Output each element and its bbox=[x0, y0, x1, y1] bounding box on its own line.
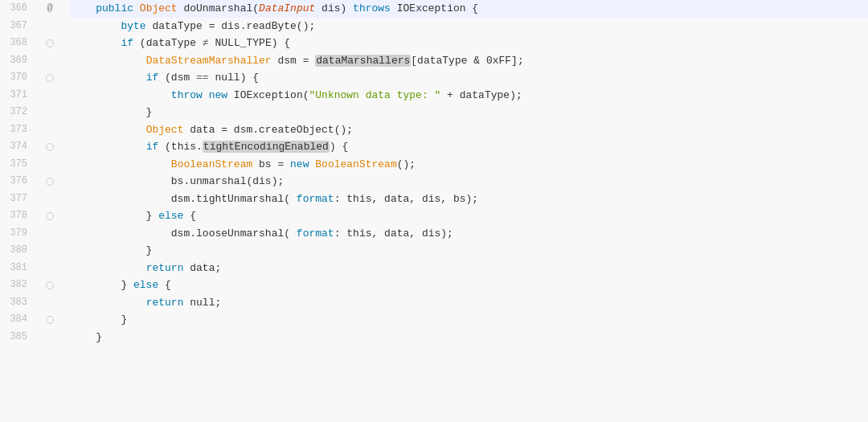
code-token: if bbox=[146, 141, 159, 153]
code-token: } bbox=[71, 313, 127, 326]
line-number: 384 bbox=[0, 311, 32, 329]
code-token: ) { bbox=[330, 141, 348, 153]
code-token: null) { bbox=[209, 72, 259, 84]
code-token: } bbox=[71, 244, 152, 256]
code-token: : this, data, dis); bbox=[334, 227, 453, 240]
gutter-cell bbox=[39, 52, 61, 70]
code-token: new bbox=[209, 89, 227, 101]
code-token: if bbox=[121, 37, 133, 49]
line-number: 369 bbox=[0, 52, 32, 70]
gutter-cell bbox=[39, 173, 61, 191]
code-line: bs.unmarshal(dis); bbox=[71, 173, 868, 191]
code-token: } bbox=[71, 210, 158, 222]
line-number: 375 bbox=[0, 156, 32, 174]
code-line: return data; bbox=[71, 260, 868, 277]
code-token: dsm.looseUnmarshal( bbox=[71, 227, 297, 240]
gutter-breakpoint-dot[interactable] bbox=[46, 316, 54, 324]
code-token: return bbox=[146, 297, 184, 309]
code-token: return bbox=[146, 262, 184, 274]
code-token: ≠ bbox=[203, 37, 209, 49]
code-token: { bbox=[158, 279, 171, 291]
gutter-cell: @ bbox=[39, 0, 61, 18]
line-number: 381 bbox=[0, 260, 32, 277]
code-line: public Object doUnmarshal(DataInput dis)… bbox=[71, 0, 868, 18]
code-line: dsm.tightUnmarshal( format: this, data, … bbox=[71, 191, 868, 208]
gutter-breakpoint-dot[interactable] bbox=[46, 212, 54, 220]
line-number: 378 bbox=[0, 207, 32, 225]
code-token: "Unknown data type: " bbox=[309, 89, 440, 101]
code-token: data = dsm.createObject(); bbox=[183, 124, 353, 136]
code-token: else bbox=[158, 210, 183, 222]
line-number: 379 bbox=[0, 225, 32, 243]
code-line: DataStreamMarshaller dsm = dataMarshalle… bbox=[71, 52, 868, 70]
gutter-breakpoint-dot[interactable] bbox=[46, 39, 54, 47]
code-token: doUnmarshal( bbox=[178, 2, 259, 14]
line-numbers: 3663673683693703713723733743753763773783… bbox=[0, 0, 39, 422]
code-token: new bbox=[290, 158, 309, 170]
gutter-cell bbox=[39, 18, 61, 35]
line-number: 370 bbox=[0, 69, 32, 87]
code-line: byte dataType = dis.readByte(); bbox=[71, 18, 868, 35]
highlighted-token: tightEncodingEnabled bbox=[203, 141, 330, 153]
line-number: 385 bbox=[0, 329, 32, 346]
code-token: throws bbox=[353, 2, 391, 14]
gutter-cell bbox=[39, 35, 61, 52]
line-number: 376 bbox=[0, 173, 32, 191]
line-number: 373 bbox=[0, 121, 32, 139]
code-line: } bbox=[71, 311, 868, 329]
line-number: 367 bbox=[0, 18, 32, 35]
code-line: if (this.tightEncodingEnabled) { bbox=[71, 138, 868, 156]
gutter-breakpoint-dot[interactable] bbox=[46, 178, 54, 186]
line-number: 380 bbox=[0, 242, 32, 260]
gutter-cell bbox=[39, 225, 61, 243]
gutter-cell bbox=[39, 242, 61, 260]
code-editor: 3663673683693703713723733743753763773783… bbox=[0, 0, 868, 422]
code-token: DataStreamMarshaller bbox=[146, 55, 272, 67]
gutter-breakpoint-dot[interactable] bbox=[46, 143, 54, 151]
code-token: bs = bbox=[252, 158, 290, 170]
code-token: DataInput bbox=[259, 2, 315, 14]
gutter-breakpoint-dot[interactable] bbox=[46, 74, 54, 82]
code-token: format bbox=[297, 227, 334, 240]
gutter-cell bbox=[39, 138, 61, 156]
code-token: (dataType bbox=[133, 37, 203, 49]
code-token: dataType = dis.readByte(); bbox=[146, 20, 316, 32]
code-token: dis) bbox=[315, 2, 353, 14]
line-number: 372 bbox=[0, 104, 32, 121]
code-token: } bbox=[71, 331, 102, 343]
code-line: } bbox=[71, 104, 868, 121]
code-token: + dataType); bbox=[440, 89, 522, 101]
gutter-cell bbox=[39, 156, 61, 174]
gutter-breakpoint-dot[interactable] bbox=[46, 281, 54, 289]
line-number: 374 bbox=[0, 138, 32, 156]
code-token: { bbox=[183, 210, 196, 222]
code-content: public Object doUnmarshal(DataInput dis)… bbox=[61, 0, 868, 422]
code-token: (this. bbox=[158, 141, 203, 153]
code-line: } bbox=[71, 329, 868, 346]
gutter-cell bbox=[39, 260, 61, 277]
gutter: @ bbox=[39, 0, 61, 422]
code-line: } else { bbox=[71, 207, 868, 225]
code-token: (); bbox=[397, 158, 416, 170]
gutter-cell bbox=[39, 207, 61, 225]
code-line: return null; bbox=[71, 294, 868, 312]
gutter-cell bbox=[39, 87, 61, 104]
code-token: } bbox=[71, 106, 152, 118]
code-line: if (dsm == null) { bbox=[71, 69, 868, 87]
gutter-cell bbox=[39, 294, 61, 312]
code-token: bs.unmarshal(dis); bbox=[71, 175, 284, 187]
code-line: throw new IOException("Unknown data type… bbox=[71, 87, 868, 104]
code-line: } bbox=[71, 242, 868, 260]
code-token: [dataType & 0xFF]; bbox=[411, 55, 523, 67]
gutter-cell bbox=[39, 277, 61, 294]
gutter-cell bbox=[39, 104, 61, 121]
highlighted-token: dataMarshallers bbox=[315, 55, 411, 67]
code-token: == bbox=[196, 72, 209, 84]
code-token: Object bbox=[140, 2, 178, 14]
code-token: throw bbox=[171, 89, 203, 101]
line-number: 371 bbox=[0, 87, 32, 104]
gutter-cell bbox=[39, 121, 61, 139]
code-line: BooleanStream bs = new BooleanStream(); bbox=[71, 156, 868, 174]
code-line: } else { bbox=[71, 277, 868, 294]
code-token: else bbox=[133, 279, 158, 291]
